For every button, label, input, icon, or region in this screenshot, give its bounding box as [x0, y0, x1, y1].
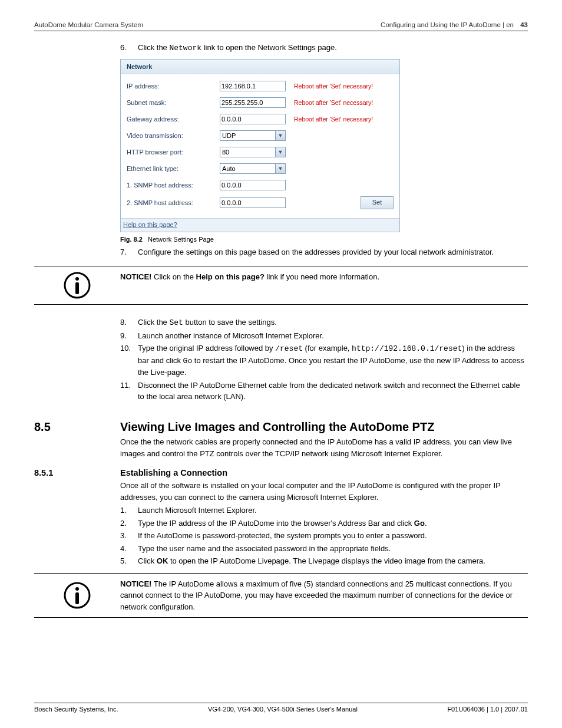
- page-footer: Bosch Security Systems, Inc. VG4-200, VG…: [34, 703, 528, 713]
- subnet-warn: Reboot after 'Set' necessary!: [294, 99, 373, 106]
- row-ethernet: Ethernet link type: Auto ▼: [127, 160, 394, 177]
- header-right: Configuring and Using the IP AutoDome | …: [381, 21, 528, 28]
- network-settings-screenshot: Network IP address: Reboot after 'Set' n…: [120, 59, 400, 232]
- row-ip: IP address: Reboot after 'Set' necessary…: [127, 78, 394, 94]
- chevron-down-icon: ▼: [275, 131, 285, 140]
- row-snmp1: 1. SNMP host address:: [127, 177, 394, 193]
- row-snmp2: 2. SNMP host address: Set: [127, 193, 394, 212]
- info-icon: [34, 574, 120, 618]
- step-851-1: 1. Launch Microsoft Internet Explorer.: [120, 505, 528, 516]
- notice-block-1: NOTICE! Click on the Help on this page? …: [34, 266, 528, 305]
- step-9: 9. Launch another instance of Microsoft …: [120, 330, 528, 342]
- svg-point-1: [75, 277, 79, 281]
- row-video: Video transmission: UDP ▼: [127, 127, 394, 144]
- gateway-input[interactable]: [220, 114, 286, 124]
- section-8-5-1-para: Once all of the software is installed on…: [120, 480, 528, 503]
- footer-right: F01U064036 | 1.0 | 2007.01: [447, 706, 528, 713]
- row-gateway: Gateway address: Reboot after 'Set' nece…: [127, 111, 394, 127]
- step-7: 7. Configure the settings on this page b…: [120, 246, 528, 258]
- row-http: HTTP browser port: 80 ▼: [127, 144, 394, 160]
- ip-warn: Reboot after 'Set' necessary!: [294, 83, 373, 90]
- step-851-2: 2. Type the IP address of the IP AutoDom…: [120, 518, 528, 529]
- svg-rect-5: [75, 592, 79, 604]
- gateway-warn: Reboot after 'Set' necessary!: [294, 116, 373, 123]
- step-851-4: 4. Type the user name and the associated…: [120, 543, 528, 555]
- footer-left: Bosch Security Systems, Inc.: [34, 706, 118, 713]
- step-6: 6. Click the Network link to open the Ne…: [120, 42, 528, 54]
- chevron-down-icon: ▼: [275, 147, 285, 157]
- step-851-3: 3. If the AutoDome is password-protected…: [120, 530, 528, 542]
- notice-block-2: NOTICE! The IP AutoDome allows a maximum…: [34, 573, 528, 618]
- ip-address-input[interactable]: [220, 81, 286, 91]
- page-number: 43: [520, 21, 528, 28]
- svg-point-4: [75, 587, 79, 591]
- set-button[interactable]: Set: [361, 196, 394, 209]
- ethernet-link-select[interactable]: Auto ▼: [220, 163, 286, 174]
- subnet-input[interactable]: [220, 97, 286, 108]
- section-8-5-1: 8.5.1 Establishing a Connection: [34, 468, 528, 477]
- page-header: AutoDome Modular Camera System Configuri…: [34, 21, 528, 31]
- step-851-5: 5. Click OK to open the IP AutoDome Live…: [120, 555, 528, 567]
- section-8-5-para: Once the the network cables are properly…: [120, 436, 528, 460]
- step-11: 11. Disconnect the IP AutoDome Ethernet …: [120, 380, 528, 403]
- snmp1-input[interactable]: [220, 180, 286, 190]
- chevron-down-icon: ▼: [275, 164, 285, 173]
- help-on-page-link[interactable]: Help on this page?: [121, 218, 399, 232]
- info-icon: [34, 266, 120, 304]
- figure-caption: Fig. 8.2 Network Settings Page: [120, 236, 528, 243]
- svg-rect-2: [75, 282, 79, 294]
- section-8-5: 8.5 Viewing Live Images and Controlling …: [34, 420, 528, 434]
- header-left: AutoDome Modular Camera System: [34, 21, 143, 28]
- snmp2-input[interactable]: [220, 197, 286, 208]
- http-port-select[interactable]: 80 ▼: [220, 147, 286, 157]
- panel-title: Network: [121, 60, 399, 74]
- row-subnet: Subnet mask: Reboot after 'Set' necessar…: [127, 94, 394, 111]
- footer-center: VG4-200, VG4-300, VG4-500i Series User's…: [208, 706, 358, 713]
- video-transmission-select[interactable]: UDP ▼: [220, 130, 286, 141]
- step-8: 8. Click the Set button to save the sett…: [120, 317, 528, 329]
- step-10: 10. Type the original IP address followe…: [120, 342, 528, 378]
